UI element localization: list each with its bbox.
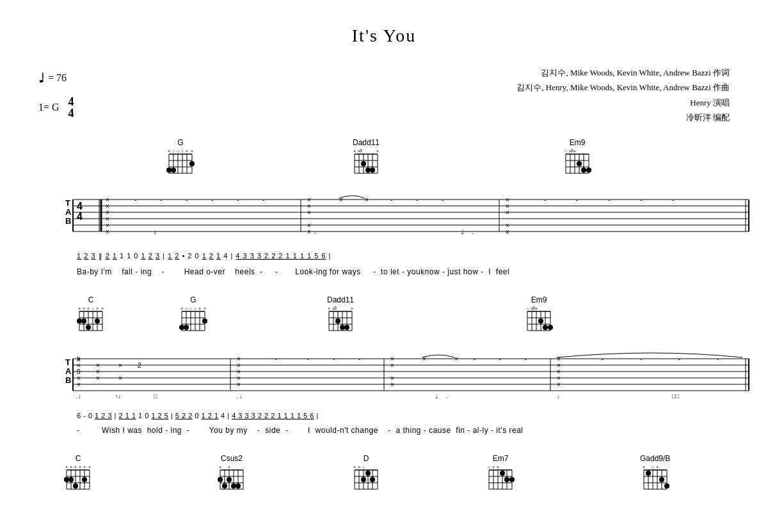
svg-point-33 bbox=[361, 161, 366, 166]
tab-staff-svg-1: T A B 4 4 bbox=[64, 187, 755, 244]
svg-point-330 bbox=[646, 471, 651, 476]
svg-point-51 bbox=[581, 168, 586, 173]
svg-text:×: × bbox=[390, 362, 394, 369]
svg-point-17 bbox=[171, 168, 176, 173]
svg-text:-: - bbox=[442, 196, 444, 203]
svg-text:×: × bbox=[365, 196, 369, 203]
svg-text:○: ○ bbox=[172, 149, 175, 153]
svg-text:↓: ↓ bbox=[557, 393, 560, 400]
svg-text:○: ○ bbox=[177, 149, 179, 153]
svg-text:.: . bbox=[76, 393, 77, 400]
page: It's You ♩ = 76 1= G 4 4 김지수, Mike Woods… bbox=[0, 0, 768, 532]
svg-text:-: - bbox=[525, 356, 527, 363]
chord-row-3: C × × × × × × bbox=[38, 454, 730, 502]
svg-point-331 bbox=[659, 477, 664, 482]
svg-text:○: ○ bbox=[652, 465, 654, 469]
svg-text:×: × bbox=[96, 306, 99, 311]
chord-row-2: C × × × ○ × × bbox=[38, 295, 730, 343]
svg-text:-: - bbox=[474, 356, 476, 363]
credits-block: 김지수, Mike Woods, Kevin White, Andrew Baz… bbox=[516, 65, 730, 125]
svg-text:-: - bbox=[211, 196, 213, 203]
chord-Em9: Em9 3 ○ × × bbox=[563, 138, 591, 180]
svg-text:×: × bbox=[180, 306, 183, 311]
svg-text:×: × bbox=[204, 306, 206, 311]
svg-text:×: × bbox=[219, 465, 221, 469]
svg-text:-: - bbox=[186, 196, 188, 203]
svg-point-266 bbox=[73, 483, 78, 489]
svg-text:.: . bbox=[237, 393, 239, 400]
svg-text:○: ○ bbox=[194, 306, 196, 311]
lyrics-line-2: - Wish I was hold - ing - You by my - si… bbox=[38, 426, 730, 435]
svg-point-284 bbox=[236, 483, 241, 489]
tempo-value: = 76 bbox=[48, 68, 67, 88]
svg-text:-: - bbox=[134, 196, 136, 203]
svg-text:×: × bbox=[191, 149, 193, 153]
svg-point-267 bbox=[82, 477, 87, 482]
svg-text:-: - bbox=[358, 356, 360, 363]
svg-text:↓: ↓ bbox=[314, 230, 316, 235]
arranger-credit: 冷昕洋 编配 bbox=[516, 110, 730, 125]
svg-point-52 bbox=[586, 168, 591, 173]
composer-credit: 김지수, Henry, Mike Woods, Kevin White, And… bbox=[516, 80, 730, 95]
svg-text:-: - bbox=[602, 356, 604, 363]
tab-staff-2: T A B h × bbox=[38, 346, 730, 407]
svg-point-316 bbox=[509, 477, 515, 482]
svg-text:×: × bbox=[358, 465, 360, 469]
svg-point-128 bbox=[86, 325, 91, 330]
svg-text:♩: ♩ bbox=[435, 393, 438, 400]
svg-text:-: - bbox=[390, 196, 392, 203]
svg-point-146 bbox=[179, 325, 184, 330]
svg-text:×: × bbox=[353, 465, 356, 469]
chord-Csus2: Csus2 × × bbox=[218, 454, 246, 500]
svg-text:A: A bbox=[65, 207, 72, 217]
chord-grid-Em9: 3 ○ × × bbox=[563, 149, 591, 180]
svg-text:×: × bbox=[307, 209, 311, 216]
svg-point-314 bbox=[500, 471, 505, 476]
svg-text:×: × bbox=[351, 306, 353, 311]
svg-text:×: × bbox=[168, 149, 170, 153]
svg-text:×: × bbox=[535, 306, 538, 311]
svg-text:×: × bbox=[307, 228, 311, 235]
key-line: 1= G 4 4 bbox=[38, 96, 74, 119]
chord-grid-Dadd11: 3 × × × bbox=[352, 149, 380, 180]
numbers-line-2: 6 - 0 1 2 3 | 2 1 1 1 0 1 2 5 | 5 2 2 0 … bbox=[38, 408, 730, 425]
svg-point-50 bbox=[577, 161, 582, 166]
svg-point-300 bbox=[370, 477, 375, 482]
svg-text:↑↓: ↑↓ bbox=[115, 393, 121, 400]
svg-point-18 bbox=[189, 161, 195, 166]
svg-text:T: T bbox=[65, 198, 70, 208]
svg-text:×: × bbox=[390, 381, 394, 388]
svg-text:×: × bbox=[198, 306, 201, 311]
svg-point-315 bbox=[504, 477, 509, 482]
svg-text:○: ○ bbox=[92, 306, 94, 311]
svg-text:×: × bbox=[228, 465, 230, 469]
section-3: C × × × × × × bbox=[38, 454, 730, 502]
svg-text:-: - bbox=[576, 196, 578, 203]
lyrics-line-1: Ba-by I'm fall - ing - Head o-ver heels … bbox=[38, 267, 730, 276]
svg-text:T: T bbox=[65, 357, 70, 367]
section-2: C × × × ○ × × bbox=[38, 295, 730, 435]
svg-text:-: - bbox=[608, 196, 610, 203]
svg-text:×: × bbox=[74, 465, 77, 469]
svg-text:○: ○ bbox=[564, 149, 567, 153]
svg-text:×: × bbox=[454, 356, 458, 363]
chord-Dadd11-2: Dadd11 3 × × × bbox=[326, 295, 355, 337]
svg-point-280 bbox=[218, 477, 223, 482]
svg-text:□: □ bbox=[154, 393, 157, 400]
svg-text:×: × bbox=[83, 465, 86, 469]
svg-point-332 bbox=[664, 483, 669, 489]
svg-text:×: × bbox=[118, 362, 122, 369]
tempo-line: ♩ = 76 bbox=[38, 65, 74, 91]
svg-text:.: . bbox=[446, 393, 448, 400]
chord-Em9-2: Em9 3 ○ × × bbox=[525, 295, 553, 337]
svg-point-298 bbox=[361, 477, 366, 482]
chord-Em7: Em7 ○ × × bbox=[486, 454, 515, 500]
chord-row-1: G × ○ ○ bbox=[38, 138, 730, 184]
svg-text:-: - bbox=[275, 356, 277, 363]
svg-point-126 bbox=[77, 318, 82, 324]
svg-text:×: × bbox=[643, 465, 645, 469]
tempo-key-block: ♩ = 76 1= G 4 4 bbox=[38, 65, 74, 119]
svg-point-182 bbox=[548, 325, 553, 330]
svg-text:2: 2 bbox=[138, 362, 141, 369]
svg-point-148 bbox=[202, 318, 207, 324]
